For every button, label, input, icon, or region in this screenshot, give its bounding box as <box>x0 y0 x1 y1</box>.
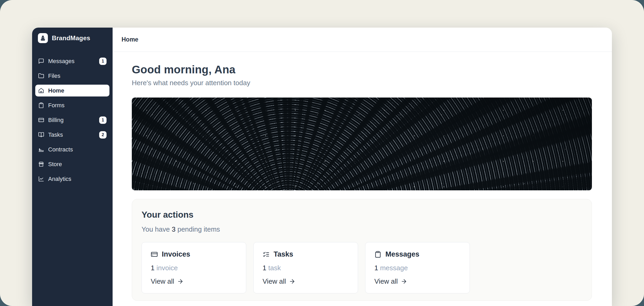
invoices-card: Invoices 1 invoice View all <box>142 242 246 293</box>
card-count: 1 message <box>374 264 461 272</box>
sidebar-item-analytics[interactable]: Analytics <box>35 173 109 185</box>
pending-count: 3 <box>172 225 175 233</box>
card-title: Messages <box>385 250 419 258</box>
sidebar-item-label: Store <box>48 161 62 168</box>
folder-icon <box>38 73 44 79</box>
count-number: 1 <box>263 264 266 272</box>
action-cards: Invoices 1 invoice View all <box>142 242 582 293</box>
card-title: Tasks <box>274 250 293 258</box>
credit-card-icon <box>38 117 44 123</box>
sidebar-item-label: Contracts <box>48 146 73 153</box>
hero-star-trails-image <box>132 98 592 190</box>
sidebar-item-label: Tasks <box>48 131 63 138</box>
sidebar-item-tasks[interactable]: Tasks 2 <box>35 129 109 141</box>
storefront-icon <box>38 161 44 167</box>
card-header: Invoices <box>151 250 237 258</box>
clipboard-icon <box>38 102 44 108</box>
view-all-label: View all <box>151 277 174 285</box>
pending-items-text: You have 3 pending items <box>142 225 582 233</box>
card-title: Invoices <box>162 250 190 258</box>
breadcrumb: Home <box>122 36 138 43</box>
clipboard-icon <box>374 251 381 258</box>
card-count: 1 task <box>263 264 349 272</box>
signature-icon <box>38 146 44 152</box>
sidebar-item-contracts[interactable]: Contracts <box>35 144 109 155</box>
sidebar-item-forms[interactable]: Forms <box>35 99 109 111</box>
arrow-right-icon <box>289 278 295 285</box>
billing-badge: 1 <box>99 116 107 124</box>
sidebar-item-billing[interactable]: Billing 1 <box>35 114 109 126</box>
brand-name: BrandMages <box>52 34 90 42</box>
count-unit: message <box>380 264 408 272</box>
chart-line-icon <box>38 176 44 182</box>
home-icon <box>38 88 44 94</box>
sidebar-item-label: Forms <box>48 102 64 109</box>
tasks-badge: 2 <box>99 131 107 139</box>
card-header: Messages <box>374 250 461 258</box>
pending-suffix: pending items <box>177 225 220 233</box>
main-panel: Good morning, Ana Here's what needs your… <box>113 52 612 301</box>
chat-icon <box>38 58 44 64</box>
topbar: Home <box>113 28 612 52</box>
pending-prefix: You have <box>142 225 170 233</box>
sidebar-item-store[interactable]: Store <box>35 158 109 170</box>
count-unit: task <box>268 264 281 272</box>
sidebar-nav: Messages 1 Files Home Forms <box>35 55 109 185</box>
content-area: Home Good morning, Ana Here's what needs… <box>113 28 612 306</box>
page-title: Good morning, Ana <box>132 63 592 76</box>
count-number: 1 <box>374 264 378 272</box>
app-window: BrandMages Messages 1 Files Home <box>32 28 612 306</box>
sidebar-item-files[interactable]: Files <box>35 70 109 82</box>
brand: BrandMages <box>35 33 109 43</box>
messages-badge: 1 <box>99 58 107 65</box>
sidebar-item-home[interactable]: Home <box>35 85 109 96</box>
actions-title: Your actions <box>142 210 582 220</box>
your-actions-panel: Your actions You have 3 pending items In… <box>132 199 592 301</box>
messages-card: Messages 1 message View all <box>365 242 470 293</box>
tasks-view-all-link[interactable]: View all <box>263 277 349 285</box>
messages-view-all-link[interactable]: View all <box>374 277 461 285</box>
arrow-right-icon <box>177 278 184 285</box>
count-number: 1 <box>151 264 154 272</box>
view-all-label: View all <box>263 277 286 285</box>
credit-card-icon <box>151 251 158 258</box>
sidebar: BrandMages Messages 1 Files Home <box>32 28 113 306</box>
sidebar-item-label: Files <box>48 73 60 79</box>
card-count: 1 invoice <box>151 264 237 272</box>
list-checks-icon <box>263 251 270 258</box>
sidebar-item-messages[interactable]: Messages 1 <box>35 55 109 67</box>
view-all-label: View all <box>374 277 398 285</box>
sidebar-item-label: Analytics <box>48 176 71 182</box>
book-open-icon <box>38 132 44 138</box>
arrow-right-icon <box>401 278 407 285</box>
page-subtitle: Here's what needs your attention today <box>132 79 592 87</box>
tasks-card: Tasks 1 task View all <box>253 242 358 293</box>
card-header: Tasks <box>263 250 349 258</box>
sidebar-item-label: Home <box>48 87 64 94</box>
invoices-view-all-link[interactable]: View all <box>151 277 237 285</box>
sidebar-item-label: Messages <box>48 58 74 65</box>
stacked-stones-icon <box>38 33 48 43</box>
sidebar-item-label: Billing <box>48 117 64 124</box>
count-unit: invoice <box>157 264 178 272</box>
